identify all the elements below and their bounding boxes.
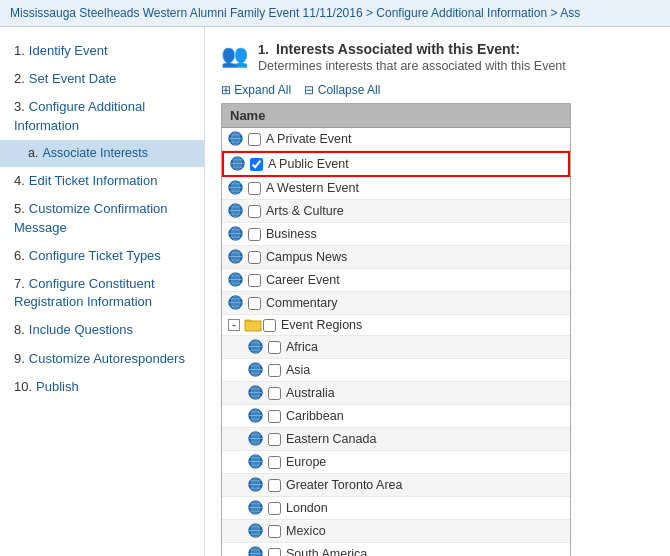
collapse-all-link[interactable]: ⊟ Collapse All (304, 83, 380, 97)
tree-label-mexico: Mexico (286, 524, 326, 538)
tree-row-a-public-event: A Public Event (222, 151, 570, 177)
checkbox-business[interactable] (248, 228, 261, 241)
checkbox-a-private-event[interactable] (248, 133, 261, 146)
tree-label-campus-news: Campus News (266, 250, 347, 264)
globe-icon-australia (248, 385, 264, 401)
tree-label-africa: Africa (286, 340, 318, 354)
globe-icon-greater-toronto-area (248, 477, 264, 493)
checkbox-australia[interactable] (268, 387, 281, 400)
sidebar-item-configure-additional-info[interactable]: 3.Configure Additional Information (0, 93, 204, 139)
globe-icon-africa (248, 339, 264, 355)
sidebar-item-customize-confirmation[interactable]: 5.Customize Confirmation Message (0, 195, 204, 241)
globe-icon-london (248, 500, 264, 516)
breadcrumb-event-link[interactable]: Mississauga Steelheads Western Alumni Fa… (10, 6, 363, 20)
tree-label-south-america: South America (286, 547, 367, 556)
collapse-icon-event-regions[interactable]: - (228, 319, 240, 331)
globe-icon-business (228, 226, 244, 242)
checkbox-commentary[interactable] (248, 297, 261, 310)
tree-label-event-regions: Event Regions (281, 318, 362, 332)
tree-label-business: Business (266, 227, 317, 241)
tree-row-event-regions: - Event Regions (222, 315, 570, 336)
checkbox-asia[interactable] (268, 364, 281, 377)
tree-row-campus-news: Campus News (222, 246, 570, 269)
tree-label-a-private-event: A Private Event (266, 132, 351, 146)
tree-row-a-private-event: A Private Event (222, 128, 570, 151)
section-title: 1. Interests Associated with this Event: (258, 41, 566, 57)
tree-label-eastern-canada: Eastern Canada (286, 432, 376, 446)
globe-icon-europe (248, 454, 264, 470)
sidebar: 1.Identify Event2.Set Event Date3.Config… (0, 27, 205, 556)
globe-icon-commentary (228, 295, 244, 311)
checkbox-mexico[interactable] (268, 525, 281, 538)
tree-label-asia: Asia (286, 363, 310, 377)
checkbox-africa[interactable] (268, 341, 281, 354)
tree-label-london: London (286, 501, 328, 515)
checkbox-arts-culture[interactable] (248, 205, 261, 218)
tree-row-career-event: Career Event (222, 269, 570, 292)
tree-row-europe: Europe (222, 451, 570, 474)
step-number: 1. (258, 42, 272, 57)
sidebar-item-set-event-date[interactable]: 2.Set Event Date (0, 65, 204, 93)
expand-all-link[interactable]: ⊞ Expand All (221, 83, 291, 97)
tree-label-greater-toronto-area: Greater Toronto Area (286, 478, 403, 492)
tree-row-asia: Asia (222, 359, 570, 382)
section-title-text: Interests Associated with this Event: (276, 41, 520, 57)
tree-row-south-america: South America (222, 543, 570, 556)
tree-label-a-public-event: A Public Event (268, 157, 349, 171)
sidebar-item-customize-autoresponders[interactable]: 9.Customize Autoresponders (0, 345, 204, 373)
section-header: 👥 1. Interests Associated with this Even… (221, 41, 654, 73)
sidebar-item-publish[interactable]: 10.Publish (0, 373, 204, 401)
tree-row-eastern-canada: Eastern Canada (222, 428, 570, 451)
content-area: 👥 1. Interests Associated with this Even… (205, 27, 670, 556)
globe-icon-eastern-canada (248, 431, 264, 447)
tree-label-arts-culture: Arts & Culture (266, 204, 344, 218)
globe-icon-a-private-event (228, 131, 244, 147)
globe-icon-a-public-event (230, 156, 246, 172)
globe-icon-mexico (248, 523, 264, 539)
tree-label-career-event: Career Event (266, 273, 340, 287)
tree-row-australia: Australia (222, 382, 570, 405)
tree-row-greater-toronto-area: Greater Toronto Area (222, 474, 570, 497)
globe-icon-campus-news (228, 249, 244, 265)
tree-row-caribbean: Caribbean (222, 405, 570, 428)
checkbox-greater-toronto-area[interactable] (268, 479, 281, 492)
tree-label-a-western-event: A Western Event (266, 181, 359, 195)
breadcrumb: Mississauga Steelheads Western Alumni Fa… (0, 0, 670, 27)
checkbox-europe[interactable] (268, 456, 281, 469)
checkbox-eastern-canada[interactable] (268, 433, 281, 446)
checkbox-caribbean[interactable] (268, 410, 281, 423)
section-subtitle: Determines interests that are associated… (258, 59, 566, 73)
expand-collapse-bar: ⊞ Expand All ⊟ Collapse All (221, 83, 654, 97)
tree-row-a-western-event: A Western Event (222, 177, 570, 200)
tree-label-commentary: Commentary (266, 296, 338, 310)
people-icon: 👥 (221, 43, 248, 69)
folder-icon-event-regions (244, 318, 260, 332)
sidebar-item-identify-event[interactable]: 1.Identify Event (0, 37, 204, 65)
sidebar-item-associate-interests[interactable]: a.Associate Interests (0, 140, 204, 168)
checkbox-event-regions[interactable] (263, 319, 276, 332)
breadcrumb-configure-link[interactable]: Configure Additional Information (376, 6, 547, 20)
checkbox-a-western-event[interactable] (248, 182, 261, 195)
globe-icon-career-event (228, 272, 244, 288)
globe-icon-caribbean (248, 408, 264, 424)
tree-row-arts-culture: Arts & Culture (222, 200, 570, 223)
checkbox-london[interactable] (268, 502, 281, 515)
checkbox-career-event[interactable] (248, 274, 261, 287)
sidebar-item-include-questions[interactable]: 8.Include Questions (0, 316, 204, 344)
checkbox-south-america[interactable] (268, 548, 281, 557)
globe-icon-arts-culture (228, 203, 244, 219)
globe-icon-south-america (248, 546, 264, 556)
tree-header: Name (222, 104, 570, 128)
tree-row-commentary: Commentary (222, 292, 570, 315)
tree-label-europe: Europe (286, 455, 326, 469)
interest-tree: Name A Private Event A Public Event A We… (221, 103, 571, 556)
globe-icon-a-western-event (228, 180, 244, 196)
checkbox-campus-news[interactable] (248, 251, 261, 264)
checkbox-a-public-event[interactable] (250, 158, 263, 171)
sidebar-item-configure-constituent[interactable]: 7.Configure Constituent Registration Inf… (0, 270, 204, 316)
globe-icon-asia (248, 362, 264, 378)
tree-row-business: Business (222, 223, 570, 246)
sidebar-item-configure-ticket-types[interactable]: 6.Configure Ticket Types (0, 242, 204, 270)
tree-row-africa: Africa (222, 336, 570, 359)
sidebar-item-edit-ticket-info[interactable]: 4.Edit Ticket Information (0, 167, 204, 195)
